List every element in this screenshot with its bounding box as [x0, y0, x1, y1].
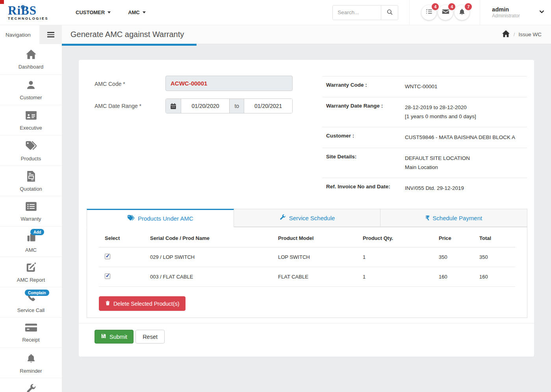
tab-label: Schedule Payment	[432, 215, 482, 221]
cell-total: 160	[473, 267, 515, 287]
sidebar-item-customer[interactable]: Customer	[0, 74, 62, 105]
main-area: Generate AMC against Warranty / Issue WC…	[62, 25, 551, 392]
alerts-count-badge: 7	[465, 3, 472, 10]
chevron-down-icon	[539, 9, 545, 16]
page-title: Generate AMC against Warranty	[70, 30, 184, 39]
tab-products-under-amc[interactable]: Products Under AMC	[87, 209, 234, 227]
save-icon	[101, 333, 106, 340]
sidebar-item-label: Warranty	[20, 216, 41, 222]
detail-row-site-details: Site Details: DEFAULT SITE LOCATION Main…	[322, 148, 527, 178]
navigation-label: Navigation	[0, 25, 39, 44]
sidebar-item-products[interactable]: Products	[0, 135, 62, 165]
tasks-icon	[425, 8, 433, 17]
sidebar: Navigation Dashboard Customer	[0, 25, 62, 392]
date-range-to-label: to	[229, 99, 244, 113]
sidebar-item-label: Customer	[20, 95, 42, 100]
row-select-checkbox[interactable]	[105, 254, 110, 259]
products-panel: Select Serial Code / Prod Name Product M…	[87, 227, 527, 318]
sidebar-item-label: Reminder	[20, 368, 42, 374]
wrench-icon	[279, 214, 286, 222]
sidebar-item-quotation[interactable]: Quotation	[0, 165, 62, 196]
tab-service-schedule[interactable]: Service Schedule	[234, 209, 381, 227]
messages-button[interactable]: 4	[438, 5, 453, 20]
page-titlebar: Generate AMC against Warranty / Issue WC	[62, 25, 551, 44]
sidebar-item-label: Receipt	[22, 337, 39, 343]
detail-value: WNTC-00001	[405, 82, 527, 91]
tab-schedule-payment[interactable]: ₹ Schedule Payment	[380, 209, 527, 227]
main-menu: CUSTOMER AMC	[76, 9, 146, 15]
search-input[interactable]	[333, 6, 381, 20]
sidebar-item-reminder[interactable]: Reminder	[0, 347, 62, 378]
title-underline	[62, 44, 197, 46]
rupee-icon: ₹	[425, 214, 429, 222]
breadcrumb-separator: /	[514, 32, 515, 37]
sidebar-item-settings[interactable]	[0, 378, 62, 392]
sidebar-item-executive[interactable]: Executive	[0, 105, 62, 135]
table-header-row: Select Serial Code / Prod Name Product M…	[99, 228, 515, 247]
detail-label: Warranty Date Range :	[326, 103, 405, 121]
brand-logo[interactable]: RiBS TECHNOLOGIES	[0, 5, 62, 20]
submit-button[interactable]: Submit	[95, 330, 134, 344]
sidebar-item-amc[interactable]: Add AMC	[0, 226, 62, 256]
sidebar-item-label: AMC Report	[17, 277, 45, 283]
tab-label: Products Under AMC	[138, 215, 193, 222]
submit-label: Submit	[109, 334, 127, 340]
menu-customer[interactable]: CUSTOMER	[76, 9, 111, 15]
amc-date-from-input[interactable]	[181, 99, 229, 113]
complain-badge: Complain	[25, 290, 49, 296]
tags-icon	[127, 215, 135, 223]
alerts-button[interactable]: 7	[455, 5, 469, 20]
form-card: AMC Code * AMC Date Range * t	[79, 60, 534, 357]
cell-model: LOP SWITCH	[272, 247, 357, 267]
sidebar-item-label: Dashboard	[19, 64, 44, 70]
amc-date-range-group: to	[165, 98, 293, 113]
detail-row-customer: Customer : CUST59846 - MATA BAISHNA DEBI…	[322, 127, 527, 148]
tasks-count-badge: 4	[432, 3, 439, 10]
col-select: Select	[99, 228, 144, 247]
sidebar-item-dashboard[interactable]: Dashboard	[0, 44, 62, 74]
tags-icon	[25, 141, 37, 153]
amc-code-input[interactable]	[165, 76, 293, 91]
cell-price: 160	[433, 267, 473, 287]
file-invoice-icon	[27, 171, 35, 183]
mail-icon	[442, 8, 449, 17]
tab-bar: Products Under AMC Service Schedule ₹ Sc…	[87, 209, 527, 227]
chevron-down-icon	[143, 11, 146, 13]
tab-label: Service Schedule	[289, 215, 335, 221]
col-qty: Product Qty.	[357, 228, 433, 247]
detail-value: 28-12-2019 to 28-12-2020 [1 years 0 mont…	[405, 103, 527, 121]
amc-date-to-input[interactable]	[244, 99, 292, 113]
sidebar-item-service-call[interactable]: Complain Service Call	[0, 287, 62, 317]
page-content: AMC Code * AMC Date Range * t	[62, 44, 551, 392]
hamburger-menu-icon[interactable]	[39, 25, 62, 44]
menu-amc[interactable]: AMC	[128, 9, 146, 15]
table-row: 003 / FLAT CABLE FLAT CABLE 1 160 160	[99, 267, 515, 287]
search-icon	[386, 9, 393, 17]
detail-label: Ref. Invoice No and Date:	[326, 184, 405, 193]
sidebar-item-warranty[interactable]: Warranty	[0, 196, 62, 226]
reset-button[interactable]: Reset	[135, 330, 165, 344]
search-box	[332, 5, 398, 20]
edit-icon	[26, 262, 37, 274]
search-button[interactable]	[381, 6, 398, 20]
user-menu[interactable]: admin Administrator	[492, 6, 551, 19]
row-select-checkbox[interactable]	[105, 273, 110, 279]
sidebar-item-amc-report[interactable]: AMC Report	[0, 256, 62, 287]
user-name: admin	[492, 6, 520, 13]
wrench-icon	[26, 383, 36, 392]
detail-value: INV/055 Dtd. 29-12-2019	[405, 184, 527, 193]
delete-selected-button[interactable]: Delete Selected Product(s)	[99, 296, 186, 311]
tasks-button[interactable]: 4	[421, 5, 436, 20]
trash-icon	[105, 300, 110, 307]
sidebar-item-label: Products	[21, 156, 41, 162]
table-row: 029 / LOP SWITCH LOP SWITCH 1 350 350	[99, 247, 515, 267]
sidebar-item-receipt[interactable]: Receipt	[0, 317, 62, 347]
list-alt-icon	[25, 201, 37, 213]
calendar-icon	[166, 99, 181, 113]
home-icon[interactable]	[502, 30, 510, 39]
notification-group: 4 4 7	[409, 0, 480, 25]
sidebar-item-label: Quotation	[20, 186, 42, 192]
detail-row-warranty-code: Warranty Code : WNTC-00001	[322, 76, 527, 97]
amc-code-label: AMC Code *	[95, 81, 125, 87]
detail-label: Site Details:	[326, 154, 405, 172]
